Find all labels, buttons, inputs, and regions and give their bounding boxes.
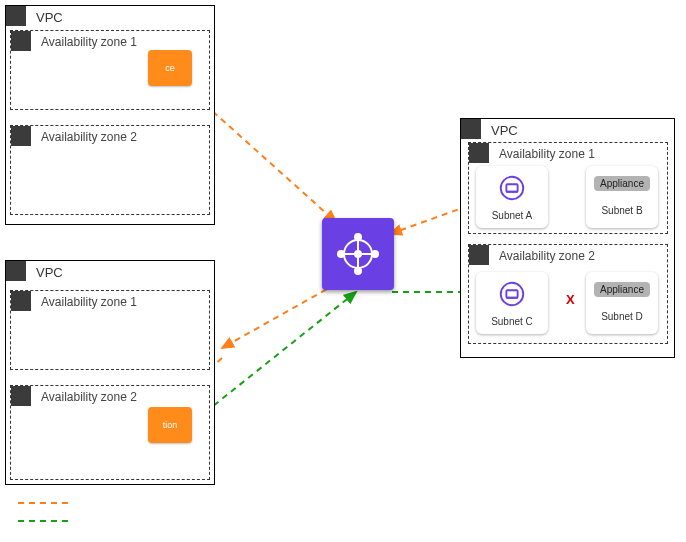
source-instance-icon: ce	[148, 50, 192, 86]
subnet-c-card: Subnet C	[476, 272, 548, 334]
az-title: Availability zone 2	[41, 390, 137, 404]
destination-instance-icon: tion	[148, 407, 192, 443]
svg-point-8	[338, 251, 344, 257]
az-badge-icon	[469, 143, 489, 163]
appliance-label: Appliance	[594, 176, 650, 191]
subnet-d-card: Appliance Subnet D	[586, 272, 658, 334]
vpc-badge-icon	[6, 261, 26, 281]
az-title: Availability zone 1	[41, 35, 137, 49]
az-badge-icon	[469, 245, 489, 265]
subnet-label: Subnet C	[491, 316, 533, 327]
legend-swatch-green-icon	[18, 520, 68, 522]
az-badge-icon	[11, 31, 31, 51]
az-title: Availability zone 2	[41, 130, 137, 144]
svg-point-2	[501, 283, 524, 306]
svg-point-9	[372, 251, 378, 257]
subnet-label: Subnet D	[601, 311, 643, 322]
az-title: Availability zone 1	[499, 147, 595, 161]
az-title: Availability zone 2	[499, 249, 595, 263]
az-badge-icon	[11, 386, 31, 406]
az-top-left-2: Availability zone 2	[10, 125, 210, 215]
vpc-title: VPC	[36, 10, 63, 25]
az-badge-icon	[11, 126, 31, 146]
subnet-label: Subnet A	[492, 210, 533, 221]
failure-marker-icon: X	[566, 292, 575, 307]
instance-label: tion	[163, 420, 178, 430]
appliance-label: Appliance	[594, 282, 650, 297]
svg-point-0	[501, 177, 524, 200]
svg-rect-3	[506, 290, 517, 298]
svg-rect-1	[506, 184, 517, 192]
legend-orange-row	[18, 502, 68, 504]
subnet-b-card: Appliance Subnet B	[586, 166, 658, 228]
vpc-badge-icon	[6, 6, 26, 26]
instance-label: ce	[165, 63, 175, 73]
svg-point-6	[355, 234, 361, 240]
transit-gateway-icon	[322, 218, 394, 290]
subnet-label: Subnet B	[601, 205, 642, 216]
subnet-a-card: Subnet A	[476, 166, 548, 228]
vpc-title: VPC	[36, 265, 63, 280]
vpc-badge-icon	[461, 119, 481, 139]
az-badge-icon	[11, 291, 31, 311]
az-title: Availability zone 1	[41, 295, 137, 309]
gwlb-endpoint-icon	[497, 279, 527, 312]
vpc-title: VPC	[491, 123, 518, 138]
az-bottom-left-1: Availability zone 1	[10, 290, 210, 370]
svg-point-5	[355, 251, 361, 257]
legend-swatch-orange-icon	[18, 502, 68, 504]
svg-point-7	[355, 268, 361, 274]
legend-green-row	[18, 520, 68, 522]
gwlb-endpoint-icon	[497, 173, 527, 206]
